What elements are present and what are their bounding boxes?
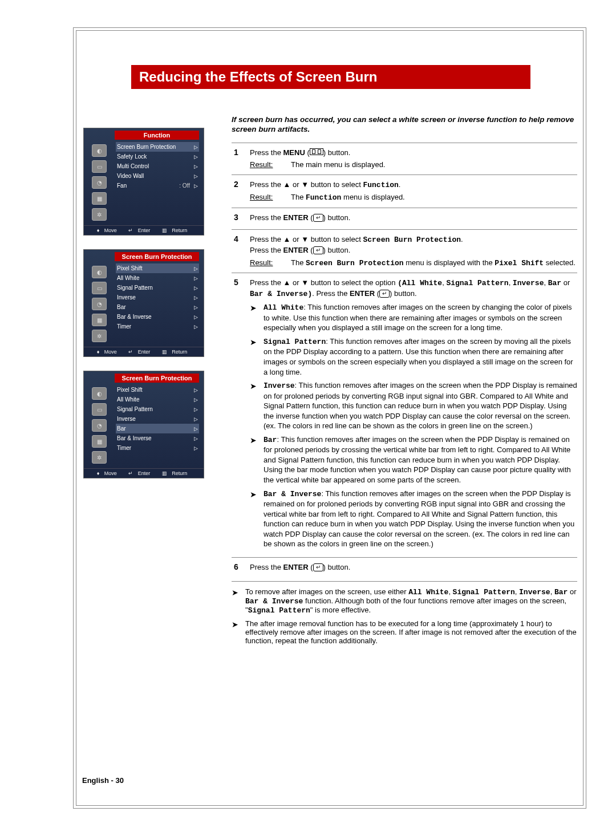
osd-row: All White▷ <box>116 395 199 404</box>
chevron-right-icon: ▷ <box>193 305 198 310</box>
chevron-right-icon: ▷ <box>193 436 198 441</box>
enter-icon: ↵ <box>379 290 390 298</box>
chevron-right-icon: ▷ <box>193 173 198 179</box>
step-6: 6 Press the ENTER (↵) button. <box>232 557 577 579</box>
step-5: 5 Press the ▲ or ▼ button to select the … <box>232 273 577 557</box>
bullet-icon: ➤ <box>250 380 264 431</box>
timer-icon: ◔ <box>92 176 107 189</box>
chevron-right-icon: ▷ <box>193 295 198 301</box>
chevron-right-icon: ▷ <box>193 285 198 291</box>
osd-header: Function <box>115 131 199 140</box>
bullet-icon: ➤ <box>250 435 264 485</box>
chevron-right-icon: ▷ <box>193 183 198 189</box>
osd-header: Screen Burn Protection <box>115 374 199 383</box>
osd-row: Pixel Shift▷ <box>116 385 199 395</box>
step-3: 3 Press the ENTER (↵) button. <box>232 208 577 230</box>
chevron-right-icon: ▷ <box>193 144 198 150</box>
menu-icon <box>310 148 323 155</box>
step-2: 2 Press the ▲ or ▼ button to select Func… <box>232 175 577 208</box>
enter-icon: ↵ <box>313 214 323 222</box>
chevron-right-icon: ▷ <box>193 275 198 281</box>
osd-header: Screen Burn Protection <box>115 252 199 261</box>
osd-row: Multi Control▷ <box>116 161 199 171</box>
step-number: 4 <box>232 234 250 268</box>
sound-icon: ▭ <box>92 160 107 173</box>
chevron-right-icon: ▷ <box>193 445 198 451</box>
step-4: 4 Press the ▲ or ▼ button to select Scre… <box>232 229 577 273</box>
osd-icon-strip: ◐ ▭ ◔ ▦ ✲ <box>84 261 115 347</box>
osd-row: Inverse▷ <box>116 414 199 424</box>
bullet-icon: ➤ <box>232 587 245 615</box>
osd-row: Signal Pattern▷ <box>116 404 199 414</box>
osd-row: Bar & Inverse▷ <box>116 312 199 322</box>
timer-icon: ◔ <box>92 419 107 432</box>
list-item: ➤All White: This function removes after … <box>250 302 577 333</box>
step-1: 1 Press the MENU () button. Result:The m… <box>232 143 577 175</box>
picture-icon: ◐ <box>92 144 107 157</box>
setup-icon: ✲ <box>92 208 107 221</box>
osd-column: Function ◐ ▭ ◔ ▦ ✲ Screen Burn Protectio… <box>83 128 209 492</box>
page-frame: Reducing the Effects of Screen Burn Func… <box>73 27 586 809</box>
osd-footer: ♦ Move ↵ Enter ▥ Return <box>84 225 204 235</box>
osd-row: Bar & Inverse▷ <box>116 433 199 443</box>
function-icon: ▦ <box>92 314 107 326</box>
osd-footer: ♦ Move ↵ Enter ▥ Return <box>84 347 204 356</box>
notes: ➤To remove after images on the screen, u… <box>232 581 577 645</box>
step-number: 2 <box>232 180 250 203</box>
osd-row: Fan: Off▷ <box>116 181 199 190</box>
page-title: Reducing the Effects of Screen Burn <box>131 65 530 89</box>
osd-row: Signal Pattern▷ <box>116 283 199 293</box>
chevron-right-icon: ▷ <box>193 324 198 330</box>
chevron-right-icon: ▷ <box>193 416 198 422</box>
osd-row: Pixel Shift▷ <box>116 263 199 273</box>
intro-text: If screen burn has occurred, you can sel… <box>232 115 577 135</box>
osd-row: Bar▷ <box>116 424 199 433</box>
chevron-right-icon: ▷ <box>193 397 198 403</box>
chevron-right-icon: ▷ <box>193 164 198 169</box>
osd-row: All White▷ <box>116 273 199 283</box>
chevron-right-icon: ▷ <box>193 314 198 320</box>
list-item: ➤Bar: This function removes after images… <box>250 435 577 485</box>
list-item: ➤Bar & Inverse: This function removes af… <box>250 489 577 549</box>
page-frame-inner: Reducing the Effects of Screen Burn Func… <box>76 30 583 806</box>
sound-icon: ▭ <box>92 282 107 294</box>
bullet-icon: ➤ <box>250 489 264 549</box>
step-number: 6 <box>232 562 250 575</box>
bullet-icon: ➤ <box>232 619 245 645</box>
setup-icon: ✲ <box>92 330 107 342</box>
chevron-right-icon: ▷ <box>193 154 198 160</box>
osd-function-menu: Function ◐ ▭ ◔ ▦ ✲ Screen Burn Protectio… <box>83 128 204 236</box>
osd-row: Timer▷ <box>116 443 199 453</box>
chevron-right-icon: ▷ <box>193 407 198 412</box>
list-item: ➤Signal Pattern: This function removes a… <box>250 336 577 377</box>
sound-icon: ▭ <box>92 403 107 416</box>
chevron-right-icon: ▷ <box>193 387 198 393</box>
osd-icon-strip: ◐ ▭ ◔ ▦ ✲ <box>84 383 115 468</box>
chevron-right-icon: ▷ <box>193 266 198 271</box>
osd-row: Video Wall▷ <box>116 171 199 181</box>
bullet-icon: ➤ <box>250 336 264 377</box>
setup-icon: ✲ <box>92 451 107 464</box>
list-item: ➤To remove after images on the screen, u… <box>232 587 577 615</box>
osd-sbp-menu-2: Screen Burn Protection ◐ ▭ ◔ ▦ ✲ Pixel S… <box>83 371 204 478</box>
osd-row: Bar▷ <box>116 302 199 312</box>
osd-row: Screen Burn Protection▷ <box>116 142 199 152</box>
step-number: 3 <box>232 213 250 225</box>
osd-footer: ♦ Move ↵ Enter ▥ Return <box>84 468 204 478</box>
osd-row: Inverse▷ <box>116 293 199 302</box>
function-icon: ▦ <box>92 192 107 205</box>
osd-sbp-menu-1: Screen Burn Protection ◐ ▭ ◔ ▦ ✲ Pixel S… <box>83 249 204 357</box>
step-number: 1 <box>232 148 250 170</box>
list-item: ➤Inverse: This function removes after im… <box>250 380 577 431</box>
chevron-right-icon: ▷ <box>193 426 198 432</box>
osd-row: Safety Lock▷ <box>116 152 199 161</box>
picture-icon: ◐ <box>92 387 107 400</box>
bullet-icon: ➤ <box>250 302 264 333</box>
osd-icon-strip: ◐ ▭ ◔ ▦ ✲ <box>84 140 115 225</box>
list-item: ➤The after image removal function has to… <box>232 619 577 645</box>
picture-icon: ◐ <box>92 266 107 278</box>
step-number: 5 <box>232 278 250 553</box>
enter-icon: ↵ <box>313 563 323 571</box>
enter-icon: ↵ <box>313 246 323 254</box>
function-icon: ▦ <box>92 435 107 448</box>
